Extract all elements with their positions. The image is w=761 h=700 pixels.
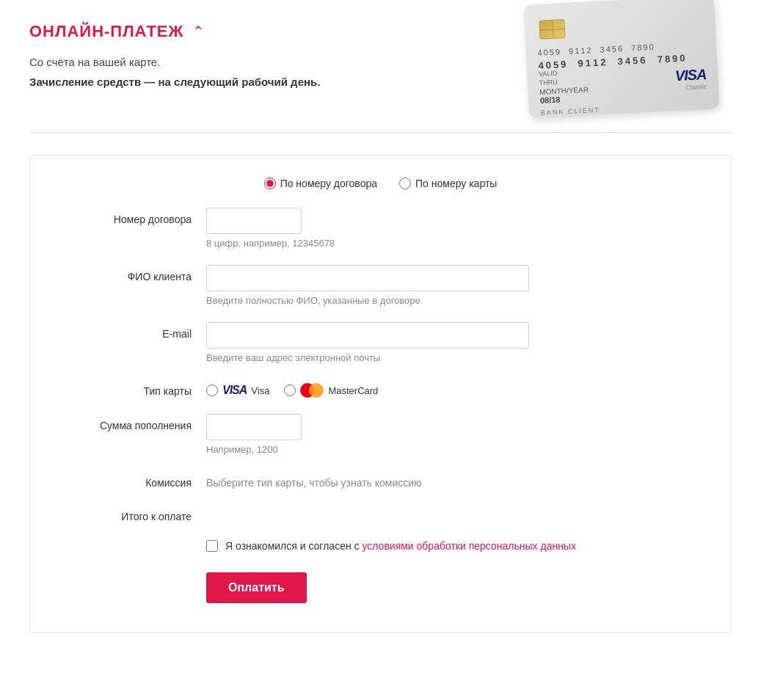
consent-label: Я ознакомился и согласен с условиями обр…	[225, 539, 576, 554]
payment-form-container: По номеру договора По номеру карты Номер…	[29, 155, 732, 633]
card-chip	[539, 19, 565, 40]
card-brand: VISA Classic	[674, 66, 707, 92]
mastercard-text: MasterCard	[328, 385, 378, 396]
card-valid-info: VALID THRU	[539, 67, 589, 88]
visa-logo-inline: VISA	[222, 384, 247, 397]
page-title: ОНЛАЙН-ПЛАТЕЖ	[29, 22, 183, 41]
card-type-options: VISA Visa MasterCard	[206, 379, 702, 398]
card-image: 4059 9112 3456 7890 4059 9112 3456 7890 …	[523, 0, 720, 119]
commission-label: Комиссия	[59, 471, 206, 489]
commission-text: Выберите тип карты, чтобы узнать комисси…	[206, 471, 702, 489]
contract-number-label: Номер договора	[59, 208, 206, 225]
card-holder: BANK CLIENT	[541, 106, 600, 117]
thru-label: THRU	[539, 79, 557, 87]
total-label: Итого к оплате	[59, 505, 206, 522]
contract-number-input[interactable]	[206, 208, 302, 234]
contract-number-row: Номер договора 8 цифр, например, 1234567…	[59, 208, 702, 249]
visa-text: Visa	[251, 385, 269, 396]
client-name-hint: Введите полностью ФИО, указанные в догов…	[206, 295, 702, 306]
email-hint: Введите ваш адрес электронной почты	[206, 352, 702, 363]
collapse-icon[interactable]: ⌃	[192, 23, 205, 40]
email-row: E-mail Введите ваш адрес электронной поч…	[59, 322, 702, 363]
consent-checkbox-row: Я ознакомился и согласен с условиями обр…	[59, 539, 702, 554]
amount-row: Сумма пополнения Например, 1200	[59, 414, 702, 455]
client-name-label: ФИО клиента	[59, 265, 206, 282]
email-label: E-mail	[59, 322, 206, 340]
total-value	[206, 505, 702, 511]
submit-row: Оплатить	[59, 572, 702, 603]
client-name-row: ФИО клиента Введите полностью ФИО, указа…	[59, 265, 702, 306]
card-validity: VALID THRU MONTH/YEAR 08/18	[539, 67, 589, 105]
radio-option-contract[interactable]: По номеру договора	[264, 178, 377, 189]
card-type-visa-option[interactable]: VISA Visa	[206, 384, 269, 397]
page-title-row: ОНЛАЙН-ПЛАТЕЖ ⌃	[29, 22, 511, 41]
mastercard-logo-inline	[300, 383, 324, 398]
submit-button[interactable]: Оплатить	[206, 572, 307, 603]
payment-type-radio-group: По номеру договора По номеру карты	[59, 178, 702, 189]
card-type-row: Тип карты VISA Visa	[59, 379, 702, 398]
visa-classic-label: Classic	[675, 83, 707, 92]
card-type-field-group: VISA Visa MasterCard	[206, 379, 702, 398]
email-field-group: Введите ваш адрес электронной почты	[206, 322, 702, 363]
contract-number-hint: 8 цифр, например, 12345678	[206, 238, 702, 249]
radio-mastercard-input[interactable]	[284, 384, 296, 396]
valid-label: VALID	[539, 69, 558, 77]
radio-card-input[interactable]	[399, 178, 411, 189]
header-section: ОНЛАЙН-ПЛАТЕЖ ⌃ Со счёта на вашей карте.…	[29, 22, 732, 117]
subtitle: Со счёта на вашей карте.	[29, 56, 511, 68]
radio-visa-input[interactable]	[206, 384, 218, 396]
visa-brand-logo: VISA	[674, 66, 707, 84]
radio-card-label: По номеру карты	[415, 178, 497, 189]
consent-link[interactable]: условиями обработки персональных данных	[362, 540, 576, 552]
amount-label: Сумма пополнения	[59, 414, 206, 431]
subtitle-bold: Зачисление средств — на следующий рабочи…	[29, 76, 511, 88]
contract-number-field-group: 8 цифр, например, 12345678	[206, 208, 702, 249]
consent-checkbox[interactable]	[206, 540, 218, 552]
mc-circle-right	[309, 383, 324, 398]
amount-field-group: Например, 1200	[206, 414, 702, 455]
card-type-mastercard-option[interactable]: MasterCard	[284, 383, 378, 398]
email-input[interactable]	[206, 322, 529, 349]
amount-hint: Например, 1200	[206, 444, 702, 455]
amount-input[interactable]	[206, 414, 302, 440]
commission-field-group: Выберите тип карты, чтобы узнать комисси…	[206, 471, 702, 489]
client-name-input[interactable]	[206, 265, 529, 291]
header-left: ОНЛАЙН-ПЛАТЕЖ ⌃ Со счёта на вашей карте.…	[29, 22, 511, 88]
radio-option-card[interactable]: По номеру карты	[399, 178, 497, 189]
total-field-group	[206, 505, 702, 511]
card-expiry: 08/18	[540, 93, 589, 104]
section-divider	[29, 132, 732, 133]
radio-contract-input[interactable]	[264, 178, 276, 189]
client-name-field-group: Введите полностью ФИО, указанные в догов…	[206, 265, 702, 306]
card-illustration: 4059 9112 3456 7890 4059 9112 3456 7890 …	[511, 15, 732, 117]
card-type-label: Тип карты	[59, 379, 206, 397]
consent-text-prefix: Я ознакомился и согласен с	[225, 540, 362, 552]
total-row: Итого к оплате	[59, 505, 702, 522]
commission-row: Комиссия Выберите тип карты, чтобы узнат…	[59, 471, 702, 489]
radio-contract-label: По номеру договора	[280, 178, 377, 189]
